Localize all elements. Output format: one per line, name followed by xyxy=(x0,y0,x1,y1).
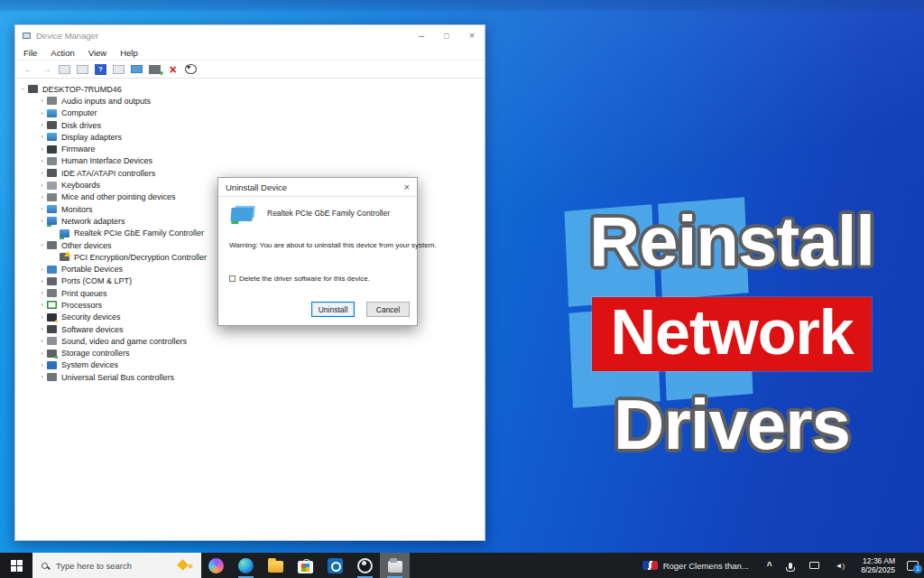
delete-driver-option[interactable]: Delete the driver software for this devi… xyxy=(229,275,408,283)
device-row: Realtek PCIe GbE Family Controller xyxy=(229,206,408,221)
checkbox[interactable] xyxy=(229,275,236,282)
toolbar-icon[interactable] xyxy=(113,65,125,74)
expander-icon[interactable] xyxy=(37,288,47,298)
device-label: Portable Devices xyxy=(61,265,123,274)
expander-icon[interactable] xyxy=(37,96,47,106)
expander-icon[interactable] xyxy=(37,349,47,359)
search-input[interactable] xyxy=(54,560,153,572)
dialog-buttons: Uninstall Cancel xyxy=(311,302,410,317)
toolbar-icon[interactable] xyxy=(23,63,34,76)
app-icon xyxy=(298,561,313,573)
headline-line2: Network xyxy=(592,297,871,371)
device-label: PCI Encryption/Decryption Controller xyxy=(74,253,207,262)
device-category-icon xyxy=(47,313,57,322)
taskbar-search[interactable] xyxy=(32,553,201,578)
expander-icon[interactable] xyxy=(37,108,47,118)
toolbar-icon[interactable] xyxy=(95,64,106,75)
expander-icon[interactable] xyxy=(37,336,47,346)
expander-icon[interactable] xyxy=(37,216,47,226)
device-category-icon xyxy=(60,253,69,261)
expander-icon[interactable] xyxy=(37,360,47,370)
toolbar-icon[interactable] xyxy=(185,64,197,74)
device-category-icon xyxy=(60,229,69,238)
notification-center-icon[interactable]: 1 xyxy=(907,561,919,571)
dialog-close-icon[interactable] xyxy=(404,182,410,192)
expander-icon[interactable] xyxy=(18,84,28,94)
expander-icon[interactable] xyxy=(37,265,47,275)
tree-item[interactable]: Human Interface Devices xyxy=(15,155,485,167)
maximize-icon[interactable] xyxy=(434,25,459,46)
taskbar-app-button[interactable] xyxy=(380,553,410,578)
news-headline: Roger Clemens than... xyxy=(663,561,749,571)
expander-icon[interactable] xyxy=(37,192,47,202)
expander-icon[interactable] xyxy=(37,156,47,166)
device-label: Keyboards xyxy=(61,181,100,190)
uninstall-button[interactable]: Uninstall xyxy=(311,302,355,317)
expander-icon[interactable] xyxy=(37,204,47,214)
expander-icon[interactable] xyxy=(37,120,47,130)
device-category-icon xyxy=(47,182,57,190)
taskbar-app-button[interactable] xyxy=(261,553,291,578)
expander-icon[interactable] xyxy=(37,240,47,250)
dialog-titlebar[interactable]: Uninstall Device xyxy=(218,178,417,197)
expander-icon[interactable] xyxy=(37,300,47,310)
expander-icon[interactable] xyxy=(37,132,47,142)
toolbar-icon[interactable] xyxy=(149,65,161,74)
speaker-icon[interactable] xyxy=(836,562,845,570)
device-category-icon xyxy=(47,241,57,249)
cancel-button[interactable]: Cancel xyxy=(366,302,410,317)
tree-item[interactable]: Display adapters xyxy=(15,131,485,143)
tree-item[interactable]: System devices xyxy=(15,359,485,371)
device-category-icon xyxy=(47,169,57,177)
start-button[interactable] xyxy=(0,553,32,578)
uninstall-device-dialog: Uninstall Device Realtek PCIe GbE Family… xyxy=(217,177,418,326)
expander-icon[interactable] xyxy=(37,181,47,191)
tree-item[interactable]: Storage controllers xyxy=(15,348,485,359)
expander-icon[interactable] xyxy=(37,276,47,286)
headline-line3: Drivers xyxy=(547,386,917,464)
toolbar-icon[interactable] xyxy=(77,65,88,74)
device-label: DESKTOP-7RUMD46 xyxy=(42,85,122,94)
tree-item[interactable]: Firmware xyxy=(15,143,485,154)
device-label: IDE ATA/ATAPI controllers xyxy=(61,169,155,178)
taskbar-app-button[interactable] xyxy=(231,553,261,578)
device-category-icon xyxy=(47,157,57,165)
menu-item[interactable]: Help xyxy=(120,48,138,58)
news-widget[interactable]: Roger Clemens than... xyxy=(642,561,749,571)
network-display-icon[interactable] xyxy=(809,562,819,569)
clock[interactable]: 12:36 AM 8/26/2025 xyxy=(861,556,895,574)
toolbar-icon[interactable] xyxy=(59,65,70,74)
tree-item[interactable]: Computer xyxy=(15,107,485,119)
expander-icon[interactable] xyxy=(37,312,47,322)
close-icon[interactable] xyxy=(459,25,485,45)
tree-item[interactable]: Universal Serial Bus controllers xyxy=(15,371,485,383)
device-category-icon xyxy=(47,121,57,129)
tree-item[interactable]: Disk drives xyxy=(15,119,485,131)
microphone-icon[interactable] xyxy=(789,563,792,569)
app-icon xyxy=(208,558,224,573)
titlebar[interactable]: Device Manager xyxy=(15,25,485,45)
headline: Reinstall Network Drivers xyxy=(547,202,917,465)
menu-item[interactable]: View xyxy=(88,48,106,58)
taskbar-app-button[interactable] xyxy=(320,553,350,578)
expander-icon[interactable] xyxy=(37,372,47,382)
device-label: Computer xyxy=(61,108,97,117)
toolbar-icon[interactable] xyxy=(131,65,143,73)
tree-item[interactable]: Sound, video and game controllers xyxy=(15,335,485,347)
taskbar-app-button[interactable] xyxy=(201,553,231,578)
device-label: Human Interface Devices xyxy=(61,156,152,165)
menu-item[interactable]: File xyxy=(23,48,37,58)
menu-item[interactable]: Action xyxy=(51,48,74,58)
expander-icon[interactable] xyxy=(37,168,47,178)
minimize-icon[interactable] xyxy=(409,25,434,45)
tree-item[interactable]: Audio inputs and outputs xyxy=(15,95,485,107)
toolbar-icon[interactable] xyxy=(167,63,179,76)
expander-icon[interactable] xyxy=(37,144,47,154)
tray-chevron-up-icon[interactable] xyxy=(767,561,772,571)
tree-item[interactable]: DESKTOP-7RUMD46 xyxy=(15,83,485,95)
device-category-icon xyxy=(47,145,57,154)
toolbar-icon[interactable] xyxy=(41,63,52,76)
expander-icon[interactable] xyxy=(37,324,47,334)
taskbar-app-button[interactable] xyxy=(291,553,320,578)
taskbar-app-button[interactable] xyxy=(350,553,380,578)
